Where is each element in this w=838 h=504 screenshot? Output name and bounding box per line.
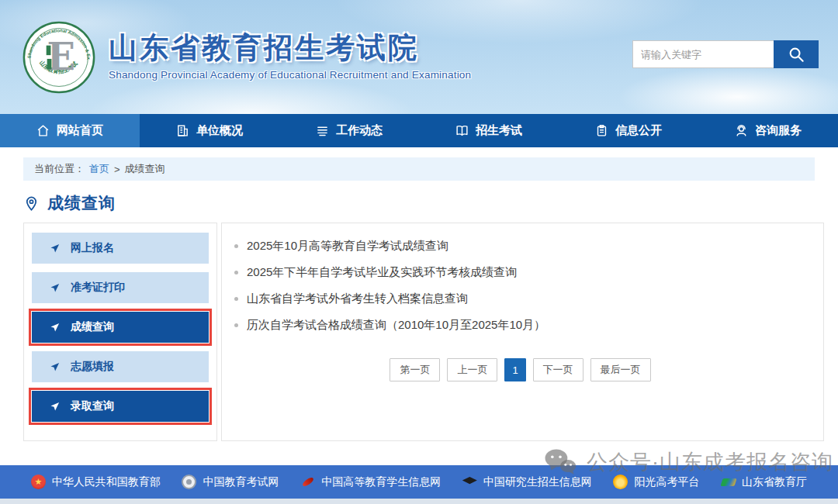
article-link[interactable]: 2025年10月高等教育自学考试成绩查询 xyxy=(234,233,806,259)
person-icon xyxy=(735,124,748,137)
site-header: Shandong Educational Admission & Examina… xyxy=(0,0,838,114)
pagination-first-button[interactable]: 第一页 xyxy=(390,358,440,381)
nav-item-label: 信息公开 xyxy=(615,123,662,138)
bullet-icon xyxy=(234,323,238,327)
graduation-cap-icon xyxy=(462,475,477,489)
sidebar-item-label: 准考证打印 xyxy=(71,281,125,295)
main-nav: 网站首页 单位概况 工作动态 招生考试 信息公开 咨询服务 xyxy=(0,114,838,147)
home-icon xyxy=(36,124,50,137)
nav-item-disclosure[interactable]: 信息公开 xyxy=(559,114,698,147)
content-area: 网上报名 准考证打印 成绩查询 志愿填报 录取查询 xyxy=(23,223,824,441)
article-title: 2025年下半年自学考试毕业及实践环节考核成绩查询 xyxy=(247,265,517,280)
site-title: 山东省教育招生考试院 xyxy=(109,33,471,62)
nav-arrow-icon xyxy=(49,243,61,254)
nav-arrow-icon xyxy=(49,322,61,333)
sidebar-item-label: 志愿填报 xyxy=(71,360,114,374)
bullet-icon xyxy=(234,244,238,248)
bullet-icon xyxy=(234,271,238,274)
search-input[interactable] xyxy=(632,40,774,68)
article-title: 历次自学考试合格成绩查询（2010年10月至2025年10月） xyxy=(247,318,545,333)
bullet-icon xyxy=(234,297,238,301)
book-icon xyxy=(455,124,469,137)
site-subtitle: Shandong Provincial Academy of Education… xyxy=(109,70,471,81)
clipboard-icon xyxy=(595,124,608,137)
building-icon xyxy=(176,124,189,137)
footer-link-chsi-yz[interactable]: 中国研究生招生信息网 xyxy=(462,475,592,489)
pagination-prev-button[interactable]: 上一页 xyxy=(447,358,497,381)
sidebar-item-online-registration[interactable]: 网上报名 xyxy=(32,233,209,264)
footer-links-bar: ★ 中华人民共和国教育部 中国教育考试网 中国高等教育学生信息网 中国研究生招生… xyxy=(0,465,838,499)
footer-link-label: 阳光高考平台 xyxy=(634,475,699,489)
pagination-last-button[interactable]: 最后一页 xyxy=(590,358,651,381)
location-pin-icon xyxy=(23,195,40,212)
nav-arrow-icon xyxy=(49,282,61,294)
search-button[interactable] xyxy=(774,40,819,68)
footer-link-label: 中国教育考试网 xyxy=(203,475,279,489)
breadcrumb-home-link[interactable]: 首页 xyxy=(89,162,109,176)
nav-arrow-icon xyxy=(49,401,61,413)
nav-item-label: 咨询服务 xyxy=(755,123,802,138)
footer-link-moe[interactable]: ★ 中华人民共和国教育部 xyxy=(31,475,161,489)
breadcrumb-current: 成绩查询 xyxy=(125,162,165,176)
article-link[interactable]: 2025年下半年自学考试毕业及实践环节考核成绩查询 xyxy=(234,259,806,285)
page-title-row: 成绩查询 xyxy=(23,192,815,214)
nav-item-label: 工作动态 xyxy=(336,123,383,138)
pagination-current-page[interactable]: 1 xyxy=(504,358,525,381)
sidebar-item-score-inquiry[interactable]: 成绩查询 xyxy=(32,312,209,343)
nav-arrow-icon xyxy=(49,361,61,373)
article-title: 2025年10月高等教育自学考试成绩查询 xyxy=(247,239,448,254)
sun-icon xyxy=(613,475,628,489)
flag-icon xyxy=(721,475,736,489)
footer-link-label: 中国研究生招生信息网 xyxy=(483,475,592,489)
sidebar-item-label: 录取查询 xyxy=(71,399,114,413)
sidebar-item-label: 成绩查询 xyxy=(71,320,114,334)
site-search xyxy=(632,40,819,68)
breadcrumb-prefix: 当前位置： xyxy=(34,162,85,176)
footer-link-label: 中华人民共和国教育部 xyxy=(52,475,161,489)
sidebar: 网上报名 准考证打印 成绩查询 志愿填报 录取查询 xyxy=(23,223,217,441)
bottom-strip xyxy=(0,499,838,504)
nav-item-label: 单位概况 xyxy=(196,123,243,138)
article-link[interactable]: 历次自学考试合格成绩查询（2010年10月至2025年10月） xyxy=(234,312,806,338)
list-icon xyxy=(316,124,329,137)
nav-item-consulting[interactable]: 咨询服务 xyxy=(698,114,838,147)
site-brand: 山东省教育招生考试院 Shandong Provincial Academy o… xyxy=(109,33,471,81)
footer-link-neea[interactable]: 中国教育考试网 xyxy=(182,475,279,489)
search-icon xyxy=(788,46,805,64)
article-title: 山东省自学考试外省考生转入档案信息查询 xyxy=(247,292,468,306)
site-logo: Shandong Educational Admission & Examina… xyxy=(22,20,96,95)
footer-link-sdedu[interactable]: 山东省教育厅 xyxy=(721,475,807,489)
article-link[interactable]: 山东省自学考试外省考生转入档案信息查询 xyxy=(234,285,806,312)
exam-seal-icon xyxy=(182,475,196,489)
nav-item-overview[interactable]: 单位概况 xyxy=(140,114,279,147)
article-list-panel: 2025年10月高等教育自学考试成绩查询 2025年下半年自学考试毕业及实践环节… xyxy=(221,223,824,441)
breadcrumb-separator: > xyxy=(114,164,120,175)
sidebar-item-admission-inquiry[interactable]: 录取查询 xyxy=(32,391,209,422)
nav-item-home[interactable]: 网站首页 xyxy=(0,114,140,147)
nav-item-label: 招生考试 xyxy=(476,123,522,138)
footer-link-label: 中国高等教育学生信息网 xyxy=(321,475,441,489)
national-emblem-icon: ★ xyxy=(31,475,46,489)
page: { "header": { "logo": { "letter": "E", "… xyxy=(0,0,838,504)
nav-item-label: 网站首页 xyxy=(57,123,103,138)
footer-link-chsi[interactable]: 中国高等教育学生信息网 xyxy=(300,475,441,489)
logo-letter: E xyxy=(47,35,76,78)
sidebar-item-label: 网上报名 xyxy=(71,241,114,255)
footer-link-gaokao[interactable]: 阳光高考平台 xyxy=(613,475,699,489)
footer-link-label: 山东省教育厅 xyxy=(742,475,807,489)
nav-item-news[interactable]: 工作动态 xyxy=(279,114,419,147)
pagination-next-button[interactable]: 下一页 xyxy=(533,358,583,381)
page-title: 成绩查询 xyxy=(47,192,116,214)
breadcrumb: 当前位置： 首页 > 成绩查询 xyxy=(23,157,815,181)
sidebar-item-volunteer-filling[interactable]: 志愿填报 xyxy=(32,351,209,382)
pagination: 第一页 上一页 1 下一页 最后一页 xyxy=(234,358,806,381)
sidebar-item-admission-ticket[interactable]: 准考证打印 xyxy=(32,272,209,303)
ribbon-icon xyxy=(300,475,315,489)
nav-item-admissions[interactable]: 招生考试 xyxy=(419,114,559,147)
